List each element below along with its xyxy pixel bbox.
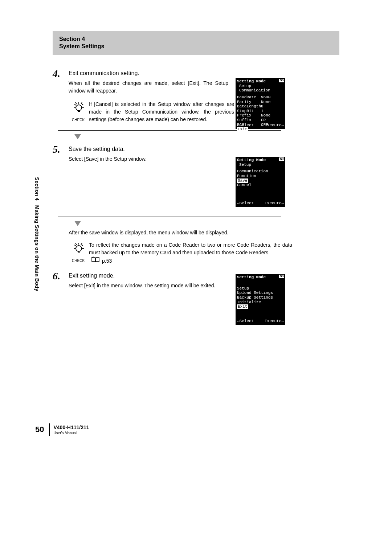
page-footer: 50 V400-H111/211 User's Manual	[35, 423, 89, 436]
svg-point-10	[76, 246, 82, 251]
check-text-body: To reflect the changes made on a Code Re…	[89, 242, 292, 255]
device-selected-save: Save	[237, 178, 248, 183]
sd-badge: SD	[279, 275, 284, 278]
svg-line-13	[82, 245, 83, 246]
side-tab-section: Section 4	[34, 177, 40, 201]
page-ref-text: p.53	[102, 257, 112, 265]
device-select-label: ←Select	[237, 123, 254, 128]
footer-model: V400-H111/211	[53, 424, 89, 430]
footer-divider	[49, 423, 50, 436]
kv-key: BaudRate	[237, 95, 261, 100]
kv-row: DataLength8	[237, 104, 284, 109]
kv-val: 9600	[261, 95, 270, 100]
kv-row: StopBit1	[237, 109, 284, 114]
svg-point-0	[76, 105, 82, 111]
step-number: 4	[53, 68, 69, 79]
svg-line-12	[74, 245, 76, 246]
device-subheader: Setup Communication	[239, 84, 284, 93]
device-item: Backup Settings	[237, 295, 284, 300]
device-item-cancel: Cancel	[237, 183, 284, 188]
svg-marker-9	[74, 221, 81, 226]
kv-row: ParityNone	[237, 100, 284, 104]
svg-line-16	[75, 243, 77, 245]
device-execute-label: Execute→	[265, 319, 284, 324]
down-arrow-icon	[74, 221, 339, 227]
device-execute-label: Execute→	[265, 201, 284, 206]
step-desc: Select [Exit] in the menu window. The se…	[69, 282, 228, 290]
lightbulb-icon	[72, 100, 85, 116]
device-execute-label: Execute→	[265, 123, 284, 128]
kv-val: None	[261, 113, 270, 118]
down-arrow-icon	[74, 134, 339, 141]
device-screen-communication: SD Setting Mode Setup Communication Baud…	[236, 78, 285, 129]
device-header: Setting Mode	[237, 158, 284, 163]
svg-marker-8	[74, 134, 81, 139]
svg-line-7	[81, 102, 82, 104]
kv-key: DataLength	[237, 104, 261, 109]
device-item: Initialize	[237, 300, 284, 305]
svg-line-6	[75, 102, 77, 104]
step-4: 4 Exit communication setting. When all t…	[53, 68, 339, 95]
step-6: 6 Exit setting mode. Select [Exit] in th…	[53, 270, 339, 290]
kv-row: BaudRate9600	[237, 95, 284, 100]
check-text: If [Cancel] is selected in the Setup win…	[89, 100, 234, 123]
device-screen-menu: SD Setting Mode Setup Upload Settings Ba…	[236, 274, 285, 325]
step-number: 5	[53, 144, 69, 155]
lightbulb-icon	[72, 241, 85, 257]
device-item: Function	[237, 174, 284, 178]
page-content: Section 4 System Settings 4 Exit communi…	[53, 31, 339, 290]
divider	[58, 217, 281, 217]
check-label: CHECK!	[72, 259, 86, 263]
book-icon	[91, 257, 100, 265]
kv-key: Parity	[237, 100, 261, 104]
step-title: Save the setting data.	[69, 146, 339, 152]
check-label: CHECK!	[72, 118, 86, 122]
section-line1: Section 4	[59, 36, 333, 42]
step-title: Exit communication setting.	[69, 70, 339, 77]
kv-val: 8	[261, 104, 264, 109]
page-number: 50	[35, 425, 44, 434]
kv-key: Suffix	[237, 118, 261, 123]
kv-key: StopBit	[237, 109, 261, 114]
step-5: 5 Save the setting data. Select [Save] i…	[53, 144, 339, 163]
sd-badge: SD	[279, 157, 284, 161]
kv-val: CR	[261, 118, 266, 123]
svg-line-2	[74, 104, 76, 105]
kv-key: Prefix	[237, 113, 261, 118]
kv-row: PrefixNone	[237, 113, 284, 118]
device-subheader: Setup	[239, 163, 284, 167]
check-block-4: CHECK! If [Cancel] is selected in the Se…	[69, 100, 339, 123]
after-save-text: After the save window is displayed, the …	[69, 230, 339, 235]
step-desc: When all the desired changes are made, s…	[69, 79, 228, 95]
step-number: 6	[53, 270, 69, 282]
check-text: To reflect the changes made on a Code Re…	[89, 241, 292, 265]
check-block-5: CHECK! To reflect the changes made on a …	[69, 241, 339, 265]
svg-line-3	[82, 104, 83, 105]
kv-val: 1	[261, 109, 264, 114]
footer-manual: User's Manual	[53, 431, 89, 435]
device-select-label: ←Select	[237, 201, 254, 206]
device-selected-exit: Exit	[237, 304, 248, 309]
kv-row: SuffixCR	[237, 118, 284, 123]
step-desc: Select [Save] in the Setup window.	[69, 155, 228, 163]
step-title: Exit setting mode.	[69, 272, 339, 279]
svg-line-17	[81, 243, 82, 245]
sd-badge: SD	[279, 79, 284, 82]
device-screen-setup: SD Setting Mode Setup Communication Func…	[236, 157, 285, 207]
device-header: Setting Mode	[237, 275, 284, 280]
page-reference: p.53	[91, 257, 112, 265]
device-item: Setup	[237, 286, 284, 291]
section-line2: System Settings	[59, 43, 333, 50]
device-item: Communication	[237, 169, 284, 174]
side-tab: Section 4 Making Settings on the Main Bo…	[34, 177, 40, 291]
section-banner: Section 4 System Settings	[53, 31, 339, 55]
device-selected-exit: Exit	[237, 127, 248, 131]
device-select-label: ←Select	[237, 319, 254, 324]
device-item: Upload Settings	[237, 291, 284, 295]
device-header: Setting Mode	[237, 79, 284, 84]
side-tab-title: Making Settings on the Main Body	[34, 205, 40, 292]
kv-val: None	[261, 100, 270, 104]
